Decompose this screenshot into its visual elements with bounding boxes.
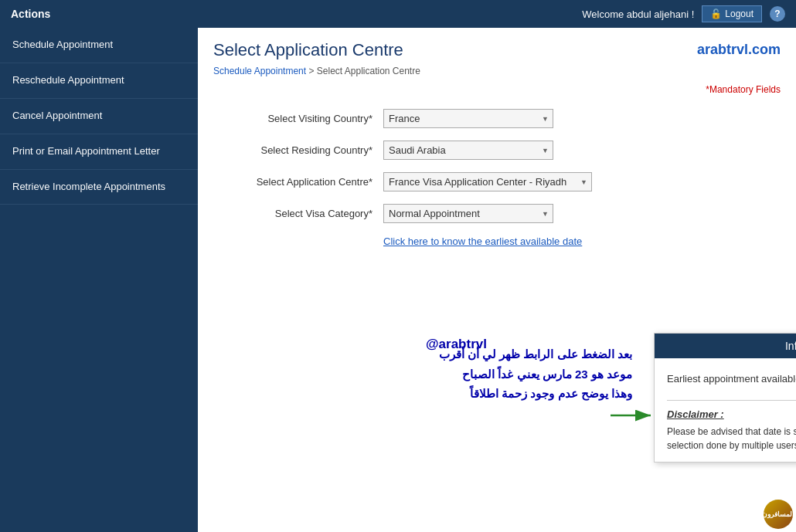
application-centre-select[interactable]: France Visa Application Center - Riyadh	[383, 172, 592, 191]
info-popup-body: Earliest appointment available on 23/03/…	[655, 358, 796, 462]
sidebar-item-reschedule[interactable]: Reschedule Appointment	[0, 63, 198, 99]
breadcrumb-home-link[interactable]: Schedule Appointment	[213, 66, 306, 76]
help-button[interactable]: ?	[770, 6, 785, 22]
visiting-country-label: Select Visiting Country*	[213, 113, 383, 124]
visiting-country-select[interactable]: France	[383, 109, 553, 128]
residing-country-label: Select Residing Country*	[213, 144, 383, 156]
arabic-watermark-text: بعد الضغط على الرابط ظهر لي أن أقرب موعد…	[408, 344, 632, 404]
main-content: Select Application Centre arabtrvl.com S…	[198, 28, 796, 532]
residing-country-wrapper: Saudi Arabia	[383, 141, 553, 160]
mandatory-note: *Mandatory Fields	[213, 84, 781, 95]
sidebar-item-schedule[interactable]: Schedule Appointment	[0, 28, 198, 63]
residing-country-row: Select Residing Country* Saudi Arabia	[213, 141, 781, 160]
header: Actions Welcome abdul aljehani ! 🔓 Logou…	[0, 0, 796, 28]
logout-icon: 🔓	[710, 8, 722, 19]
earliest-row: Earliest appointment available on 23/03/…	[667, 368, 796, 389]
earliest-label: Earliest appointment available on	[667, 373, 796, 385]
visa-category-label: Select Visa Category*	[213, 208, 383, 219]
visiting-country-wrapper: France	[383, 109, 553, 128]
info-popup-header: Information	[655, 334, 796, 358]
sidebar-item-print[interactable]: Print or Email Appointment Letter	[0, 134, 198, 170]
welcome-text: Welcome abdul aljehani !	[582, 8, 694, 20]
application-centre-wrapper: France Visa Application Center - Riyadh	[383, 172, 592, 191]
visa-category-select[interactable]: Normal Appointment	[383, 204, 553, 223]
earliest-date-link[interactable]: Click here to know the earliest availabl…	[383, 236, 781, 247]
bottom-logo: المسافرون	[764, 500, 793, 529]
breadcrumb-current: Select Application Centre	[317, 66, 420, 76]
breadcrumb: Schedule Appointment > Select Applicatio…	[213, 66, 781, 76]
disclaimer-title: Disclaimer :	[667, 408, 796, 420]
header-title: Actions	[11, 8, 50, 20]
layout: Schedule Appointment Reschedule Appointm…	[0, 28, 796, 532]
application-centre-label: Select Application Centre*	[213, 176, 383, 188]
popup-divider	[667, 400, 796, 401]
visa-category-row: Select Visa Category* Normal Appointment	[213, 204, 781, 223]
logo-circle: المسافرون	[764, 500, 793, 529]
residing-country-select[interactable]: Saudi Arabia	[383, 141, 553, 160]
breadcrumb-separator: >	[308, 66, 314, 76]
sidebar-item-retrieve[interactable]: Retrieve Incomplete Appointments	[0, 170, 198, 205]
sidebar-item-cancel[interactable]: Cancel Appointment	[0, 99, 198, 134]
sidebar: Schedule Appointment Reschedule Appointm…	[0, 28, 198, 532]
info-popup: Information Earliest appointment availab…	[654, 333, 796, 463]
visa-category-wrapper: Normal Appointment	[383, 204, 553, 223]
application-centre-row: Select Application Centre* France Visa A…	[213, 172, 781, 191]
disclaimer-text: Please be advised that date is subject t…	[667, 425, 796, 452]
header-right: Welcome abdul aljehani ! 🔓 Logout ?	[582, 5, 785, 22]
arrow-icon	[611, 406, 657, 425]
logout-button[interactable]: 🔓 Logout	[702, 5, 762, 22]
visiting-country-row: Select Visiting Country* France	[213, 109, 781, 128]
